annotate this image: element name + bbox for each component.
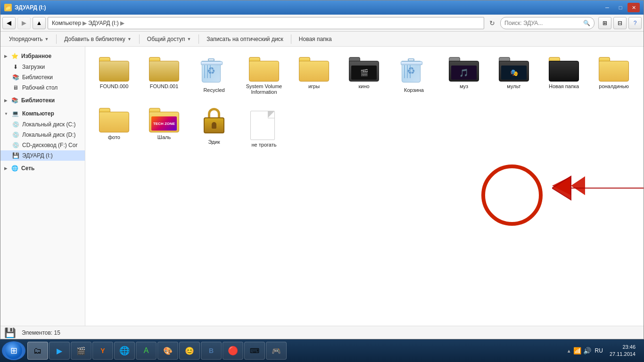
- libraries-icon: 📚: [11, 97, 18, 104]
- file-item-novaya-papka[interactable]: Новая папка: [543, 54, 585, 98]
- file-item-found001[interactable]: FOUND.001: [143, 54, 185, 98]
- maximize-button[interactable]: □: [614, 3, 627, 12]
- file-item-foto[interactable]: фото: [93, 105, 135, 150]
- lock-icon: [202, 108, 226, 137]
- file-item-igry[interactable]: игры: [293, 54, 335, 98]
- titlebar-left: 📁 ЭДУАРД (I:): [4, 4, 46, 11]
- computer-triangle: ▼: [4, 112, 8, 116]
- taskbar-app-chrome[interactable]: 🌐: [114, 342, 135, 360]
- file-label-found000: FOUND.000: [100, 83, 129, 89]
- tray-clock: 23:46 27.11.2014: [607, 344, 638, 358]
- sidebar: ▶ ⭐ Избранное ⬇ Загрузки 📚 Библиотеки 🖥 …: [0, 47, 85, 326]
- toolbar-separator-3: [198, 34, 199, 44]
- tray-chevron[interactable]: ▲: [567, 348, 571, 354]
- sidebar-section-favorites: ▶ ⭐ Избранное ⬇ Загрузки 📚 Библиотеки 🖥 …: [0, 50, 85, 93]
- file-label-mult: мульт: [507, 83, 520, 89]
- taskbar-app-video[interactable]: 🎬: [71, 342, 91, 360]
- file-item-mult[interactable]: 🎭 мульт: [493, 54, 535, 98]
- file-item-kino[interactable]: 🎬 кино: [343, 54, 385, 98]
- minimize-button[interactable]: ─: [601, 3, 613, 12]
- forward-button[interactable]: ▶: [17, 17, 31, 29]
- taskbar-apps: 🗂 ▶ 🎬 Y 🌐 A 🎨 😊 В 🔴 ⌨ 🎮: [27, 342, 563, 360]
- taskbar-app-vk[interactable]: В: [201, 342, 222, 360]
- folder-icon-muz: 🎵: [449, 57, 479, 82]
- file-label-sysvolinfo: System Volume Information: [245, 83, 283, 95]
- windows-orb: ⊞: [5, 342, 22, 359]
- toolbar-share[interactable]: Общий доступ ▼: [142, 33, 196, 45]
- taskbar-app-media[interactable]: ▶: [49, 342, 70, 360]
- taskbar-app-paint[interactable]: 🎨: [157, 342, 178, 360]
- view-details-button[interactable]: ⊟: [613, 17, 627, 29]
- toolbar-new-folder[interactable]: Новая папка: [294, 33, 337, 45]
- close-button[interactable]: ✕: [627, 3, 640, 12]
- explorer-window: 📁 ЭДУАРД (I:) ─ □ ✕ ◀ ▶ ▲ Компьютер ▶ ЭД…: [0, 0, 644, 339]
- folder-icon-igry: [299, 57, 329, 82]
- file-item-shal[interactable]: TECH ZONE Шаль: [143, 105, 185, 150]
- taskbar-app-green[interactable]: A: [136, 342, 157, 360]
- taskbar-tray: ▲ 📶 🔊 RU 23:46 27.11.2014: [563, 344, 642, 358]
- refresh-button[interactable]: ↻: [486, 17, 498, 29]
- taskbar-app-kbd[interactable]: ⌨: [244, 342, 265, 360]
- file-label-recycled: Recycled: [203, 87, 224, 93]
- tray-language[interactable]: RU: [593, 347, 605, 354]
- address-path[interactable]: Компьютер ▶ ЭДУАРД (I:) ▶: [48, 17, 484, 29]
- folder-icon-sysvolinfo: [249, 57, 279, 82]
- taskbar-app-red[interactable]: 🔴: [223, 342, 243, 360]
- doc-icon: [250, 108, 278, 140]
- sidebar-computer-header[interactable]: ▼ 💻 Компьютер: [0, 108, 85, 119]
- sidebar-item-desktop[interactable]: 🖥 Рабочий стол: [0, 82, 85, 93]
- path-computer: Компьютер: [52, 20, 81, 26]
- file-item-ne-trogat[interactable]: не трогать: [243, 105, 285, 150]
- titlebar: 📁 ЭДУАРД (I:) ─ □ ✕: [0, 0, 644, 15]
- toolbar-separator-4: [291, 34, 291, 44]
- view-icons-button[interactable]: ⊞: [598, 17, 611, 29]
- sidebar-favorites-header[interactable]: ▶ ⭐ Избранное: [0, 50, 85, 62]
- toolbar-burn[interactable]: Записать на оптический диск: [202, 33, 288, 45]
- recycled-icon: ♻: [202, 57, 226, 85]
- up-button[interactable]: ▲: [33, 17, 46, 29]
- sidebar-libraries-header[interactable]: ▶ 📚 Библиотеки: [0, 95, 85, 106]
- i-drive-icon: 💾: [12, 152, 19, 159]
- taskbar-app-yandex[interactable]: Y: [92, 342, 113, 360]
- sidebar-section-network: ▶ 🌐 Сеть: [0, 163, 85, 174]
- downloads-icon: ⬇: [12, 63, 19, 71]
- file-label-novaya: Новая папка: [549, 83, 579, 89]
- search-box[interactable]: 🔍: [500, 17, 594, 29]
- titlebar-controls: ─ □ ✕: [601, 3, 640, 12]
- file-item-edik[interactable]: Эдик: [193, 105, 235, 150]
- folder-icon-novaya: [549, 57, 579, 82]
- file-item-found000[interactable]: FOUND.000: [93, 54, 135, 98]
- toolbar-add-library[interactable]: Добавить в библиотеку ▼: [59, 33, 136, 45]
- path-separator-2: ▶: [120, 20, 124, 26]
- window-title: ЭДУАРД (I:): [15, 4, 46, 11]
- sidebar-item-d-drive[interactable]: 💿 Локальный диск (D:): [0, 130, 85, 140]
- content-area: ▶ ⭐ Избранное ⬇ Загрузки 📚 Библиотеки 🖥 …: [0, 47, 644, 326]
- file-item-sysvolinfo[interactable]: System Volume Information: [243, 54, 285, 98]
- network-icon: 🌐: [11, 165, 18, 172]
- toolbar-organize[interactable]: Упорядочить ▼: [4, 33, 53, 45]
- file-label-muz: муз: [460, 83, 468, 89]
- sidebar-item-i-drive[interactable]: 💾 ЭДУАРД (I:): [0, 150, 85, 161]
- sidebar-item-libraries-fav[interactable]: 📚 Библиотеки: [0, 72, 85, 82]
- start-button[interactable]: ⊞: [2, 341, 25, 360]
- sidebar-item-c-drive[interactable]: 💿 Локальный диск (C:): [0, 119, 85, 130]
- file-item-korzina[interactable]: ♻ Корзина: [393, 54, 435, 98]
- statusbar-drive-icon: 💾: [4, 327, 16, 338]
- folder-icon-kino: 🎬: [349, 57, 379, 82]
- back-button[interactable]: ◀: [2, 17, 16, 29]
- sidebar-network-header[interactable]: ▶ 🌐 Сеть: [0, 163, 85, 174]
- folder-icon-found001: [149, 57, 179, 82]
- help-button[interactable]: ?: [628, 17, 642, 29]
- taskbar-app-explorer[interactable]: 🗂: [27, 342, 48, 360]
- file-item-recycled[interactable]: ♻ Recycled: [193, 54, 235, 98]
- file-item-ronaldinho[interactable]: роналдинью: [593, 54, 635, 98]
- statusbar-items-count: Элементов: 15: [22, 329, 60, 336]
- file-item-muz[interactable]: 🎵 муз: [443, 54, 485, 98]
- search-input[interactable]: [504, 20, 581, 26]
- sidebar-item-f-drive[interactable]: 💿 CD-дисковод (F:) Cor: [0, 140, 85, 150]
- sidebar-item-downloads[interactable]: ⬇ Загрузки: [0, 62, 85, 72]
- taskbar-app-ok[interactable]: 😊: [179, 342, 200, 360]
- file-label-edik: Эдик: [208, 139, 220, 145]
- desktop-icon: 🖥: [12, 84, 19, 91]
- taskbar-app-game[interactable]: 🎮: [266, 342, 287, 360]
